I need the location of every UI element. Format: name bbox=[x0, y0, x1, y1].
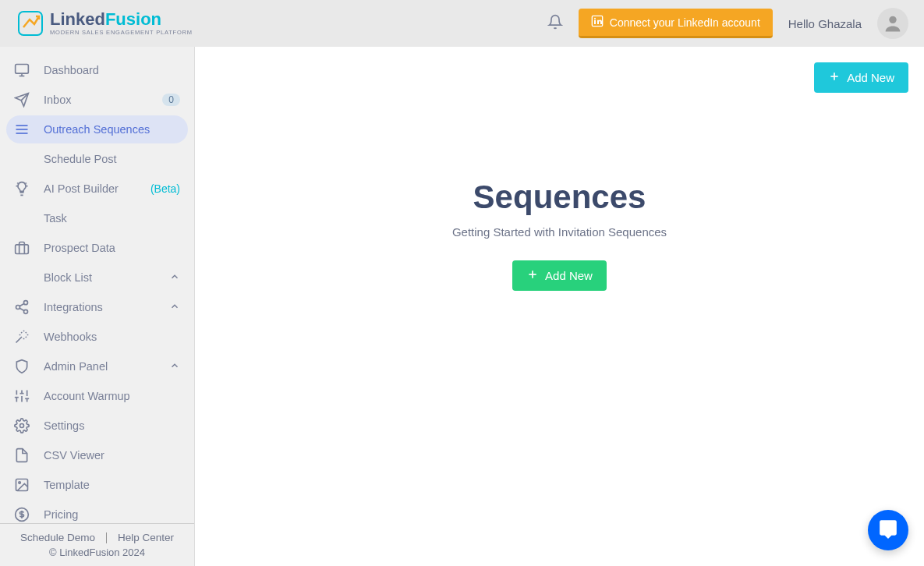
greeting-text: Hello Ghazala bbox=[788, 17, 862, 30]
svg-line-22 bbox=[19, 303, 24, 306]
gear-icon bbox=[14, 418, 30, 433]
help-center-link[interactable]: Help Center bbox=[118, 532, 174, 543]
image-icon bbox=[14, 477, 30, 493]
chevron-up-icon bbox=[169, 301, 180, 314]
nav-label: Settings bbox=[44, 419, 180, 432]
chat-widget-button[interactable] bbox=[868, 510, 908, 550]
svg-rect-17 bbox=[16, 245, 29, 254]
chevron-up-icon bbox=[169, 271, 180, 285]
avatar[interactable] bbox=[877, 8, 908, 39]
logo[interactable]: LinkedFusion MODERN SALES ENGAGEMENT PLA… bbox=[16, 9, 193, 38]
lightbulb-icon bbox=[14, 181, 30, 196]
briefcase-icon bbox=[14, 240, 30, 256]
svg-point-3 bbox=[594, 18, 596, 19]
logo-title-linked: Linked bbox=[50, 9, 105, 29]
main-nav: Dashboard Inbox 0 Outreach Sequences Sch… bbox=[0, 47, 194, 523]
sliders-icon bbox=[14, 388, 30, 404]
logo-text: LinkedFusion MODERN SALES ENGAGEMENT PLA… bbox=[50, 11, 193, 36]
blank-icon bbox=[14, 270, 30, 285]
file-icon bbox=[14, 447, 30, 463]
inbox-count-badge: 0 bbox=[162, 94, 180, 106]
sidebar-item-ai-post-builder[interactable]: AI Post Builder (Beta) bbox=[6, 175, 188, 203]
svg-rect-0 bbox=[19, 12, 42, 35]
footer-links: Schedule Demo Help Center bbox=[0, 532, 194, 543]
sidebar-item-schedule-post[interactable]: Schedule Post bbox=[6, 145, 188, 173]
svg-rect-2 bbox=[594, 20, 596, 24]
sidebar-item-account-warmup[interactable]: Account Warmup bbox=[6, 382, 188, 410]
monitor-icon bbox=[14, 62, 30, 78]
sidebar-item-pricing[interactable]: Pricing bbox=[6, 501, 188, 523]
app-header: LinkedFusion MODERN SALES ENGAGEMENT PLA… bbox=[0, 0, 924, 47]
chat-icon bbox=[878, 518, 898, 542]
empty-state: Sequences Getting Started with Invitatio… bbox=[211, 179, 908, 291]
nav-label: CSV Viewer bbox=[44, 449, 180, 462]
svg-rect-5 bbox=[16, 65, 29, 74]
svg-point-20 bbox=[24, 310, 28, 313]
add-new-label: Add New bbox=[545, 269, 593, 282]
blank-icon bbox=[14, 151, 30, 167]
add-new-label: Add New bbox=[847, 71, 894, 84]
nav-label: Prospect Data bbox=[44, 242, 180, 254]
svg-point-32 bbox=[20, 424, 24, 428]
nav-label: Inbox bbox=[44, 94, 162, 106]
schedule-demo-link[interactable]: Schedule Demo bbox=[20, 532, 95, 543]
svg-line-21 bbox=[19, 308, 24, 310]
linkedin-icon bbox=[591, 15, 604, 30]
share-icon bbox=[14, 299, 30, 315]
chevron-up-icon bbox=[169, 360, 180, 373]
page-title: Sequences bbox=[211, 179, 908, 216]
svg-line-15 bbox=[17, 183, 18, 184]
nav-label: Dashboard bbox=[44, 64, 180, 76]
logo-icon bbox=[16, 9, 45, 38]
blank-icon bbox=[14, 210, 30, 226]
sidebar-item-admin-panel[interactable]: Admin Panel bbox=[6, 352, 188, 380]
sidebar-item-template[interactable]: Template bbox=[6, 471, 188, 499]
connect-linkedin-button[interactable]: Connect your LinkedIn account bbox=[579, 9, 773, 38]
sidebar-item-block-list[interactable]: Block List bbox=[6, 264, 188, 292]
sidebar-item-inbox[interactable]: Inbox 0 bbox=[6, 86, 188, 114]
shield-icon bbox=[14, 359, 30, 374]
plus-icon bbox=[828, 70, 841, 85]
nav-label: Pricing bbox=[44, 508, 180, 521]
sidebar-item-prospect-data[interactable]: Prospect Data bbox=[6, 234, 188, 262]
svg-point-34 bbox=[19, 482, 20, 484]
svg-point-18 bbox=[24, 301, 28, 305]
nav-label: Account Warmup bbox=[44, 390, 180, 402]
notifications-icon[interactable] bbox=[547, 14, 563, 33]
sidebar-item-integrations[interactable]: Integrations bbox=[6, 293, 188, 321]
nav-label: Webhooks bbox=[44, 331, 180, 343]
sidebar-item-webhooks[interactable]: Webhooks bbox=[6, 323, 188, 351]
sidebar-item-csv-viewer[interactable]: CSV Viewer bbox=[6, 441, 188, 469]
sidebar-footer: Schedule Demo Help Center © LinkedFusion… bbox=[0, 523, 194, 566]
svg-line-16 bbox=[26, 183, 27, 184]
main-content: Add New Sequences Getting Started with I… bbox=[195, 47, 924, 566]
wand-icon bbox=[14, 329, 30, 345]
cards-icon bbox=[14, 122, 30, 137]
nav-label: AI Post Builder bbox=[44, 182, 146, 195]
svg-point-19 bbox=[16, 306, 20, 310]
send-icon bbox=[14, 92, 30, 108]
copyright-text: © LinkedFusion 2024 bbox=[0, 547, 194, 558]
plus-icon bbox=[526, 268, 539, 283]
page-subtitle: Getting Started with Invitation Sequence… bbox=[211, 225, 908, 239]
add-new-center-button[interactable]: Add New bbox=[512, 260, 607, 291]
svg-point-4 bbox=[889, 16, 896, 23]
sidebar-item-settings[interactable]: Settings bbox=[6, 412, 188, 440]
connect-label: Connect your LinkedIn account bbox=[610, 16, 760, 29]
nav-label: Admin Panel bbox=[44, 360, 169, 373]
nav-label: Block List bbox=[44, 271, 169, 284]
nav-label: Integrations bbox=[44, 301, 169, 313]
nav-label: Outreach Sequences bbox=[44, 123, 180, 136]
footer-divider bbox=[106, 532, 107, 543]
nav-label: Template bbox=[44, 479, 180, 491]
add-new-top-button[interactable]: Add New bbox=[814, 62, 908, 93]
sidebar-item-outreach-sequences[interactable]: Outreach Sequences bbox=[6, 115, 188, 143]
nav-label: Task bbox=[44, 212, 180, 225]
sidebar-item-dashboard[interactable]: Dashboard bbox=[6, 56, 188, 84]
sidebar: Dashboard Inbox 0 Outreach Sequences Sch… bbox=[0, 47, 195, 566]
header-right: Connect your LinkedIn account Hello Ghaz… bbox=[547, 8, 908, 39]
logo-subtitle: MODERN SALES ENGAGEMENT PLATFORM bbox=[50, 30, 193, 36]
nav-label: Schedule Post bbox=[44, 153, 180, 165]
dollar-icon bbox=[14, 507, 30, 522]
sidebar-item-task[interactable]: Task bbox=[6, 204, 188, 232]
